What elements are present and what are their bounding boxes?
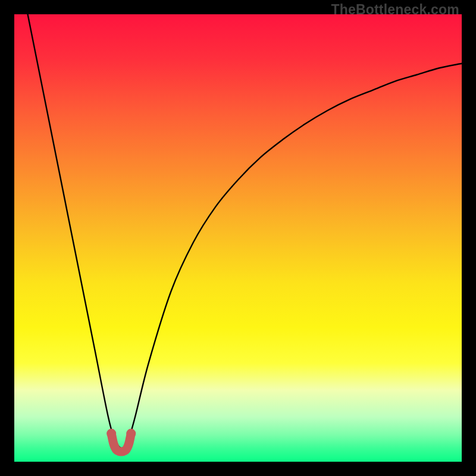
chart-frame xyxy=(14,14,462,462)
bottleneck-curve xyxy=(28,14,462,448)
optimal-range-endcap xyxy=(126,429,136,439)
plot-area xyxy=(14,14,462,462)
optimal-range-endcap xyxy=(107,429,116,439)
chart-svg xyxy=(14,14,462,462)
